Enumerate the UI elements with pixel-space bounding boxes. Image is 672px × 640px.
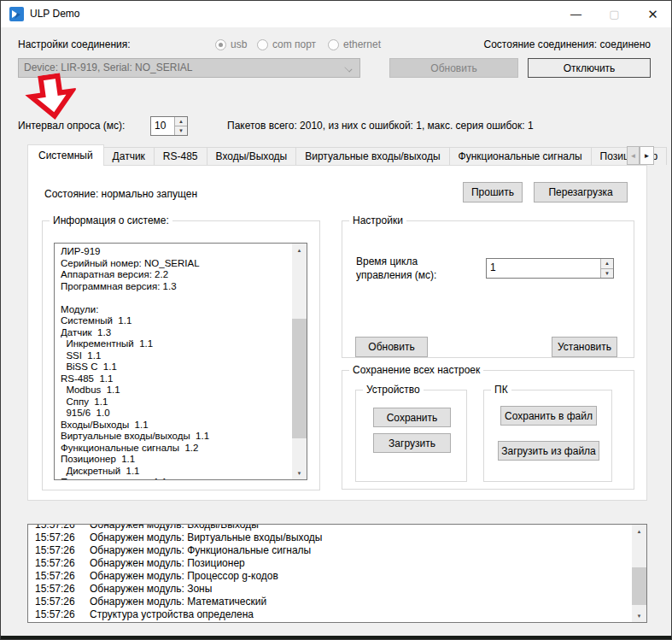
log-pane[interactable]: 15:57:26Обнаружен модуль: Входы/Выходы15… bbox=[27, 524, 647, 623]
packet-stats: Пакетов всего: 2010, из них с ошибкой: 1… bbox=[227, 120, 534, 132]
radio-ethernet-label: ethernet bbox=[343, 38, 381, 50]
scroll-down-icon[interactable]: ▼ bbox=[632, 609, 646, 622]
list-item: Виртуальные входы/выходы 1.1 bbox=[61, 431, 287, 443]
radio-com-circle bbox=[257, 39, 268, 50]
log-row: 15:57:26Структура устройства определена bbox=[35, 608, 632, 621]
window-bottom-edge bbox=[1, 636, 671, 639]
log-time: 15:57:26 bbox=[35, 608, 90, 621]
settings-set-button[interactable]: Установить bbox=[552, 337, 617, 357]
radio-usb[interactable]: usb bbox=[215, 38, 247, 50]
tab-scroll-right-button[interactable]: ► bbox=[640, 146, 654, 165]
close-icon[interactable]: ✕ bbox=[634, 1, 672, 27]
list-item: Системный 1.1 bbox=[61, 315, 287, 327]
spin-down-icon[interactable]: ▼ bbox=[601, 268, 613, 279]
device-save-button[interactable]: Сохранить bbox=[373, 408, 451, 427]
load-from-file-button[interactable]: Загрузить из файла bbox=[498, 441, 599, 461]
list-item: Позиционер 1.1 bbox=[61, 454, 287, 466]
radio-usb-circle bbox=[215, 39, 226, 50]
device-save-group-title: Устройство bbox=[363, 384, 424, 396]
tab-scroll-left-button[interactable]: ◄ bbox=[627, 146, 640, 165]
settings-group: Настройки Время цикла управления (мс): 1… bbox=[342, 220, 634, 358]
spin-down-icon[interactable]: ▼ bbox=[175, 126, 187, 135]
disconnect-button[interactable]: Отключить bbox=[528, 58, 651, 78]
app-window: ULP Demo — ▢ ✕ Настройки соединения: usb… bbox=[0, 0, 672, 640]
pc-save-group: ПК Сохранить в файл Загрузить из файла bbox=[483, 390, 612, 482]
tab-item[interactable]: Функциональные сигналы bbox=[450, 147, 592, 165]
log-row: 15:57:26Обнаружен модуль: Зоны bbox=[35, 583, 632, 596]
log-message: Обнаружен модуль: Входы/Выходы bbox=[90, 524, 259, 531]
red-arrow-annotation bbox=[22, 71, 79, 126]
cycle-time-stepper[interactable]: 1 ▲ ▼ bbox=[486, 258, 614, 279]
log-time: 15:57:26 bbox=[35, 583, 90, 596]
flash-button[interactable]: Прошить bbox=[463, 182, 523, 203]
system-info-scrollbar[interactable]: ▲ ▼ bbox=[292, 244, 307, 479]
radio-com-port[interactable]: com порт bbox=[257, 38, 316, 50]
tab-item[interactable]: Виртуальные входы/выходы bbox=[296, 147, 449, 165]
log-row: 15:57:26Обнаружен модуль: Позиционер bbox=[35, 557, 632, 570]
settings-group-title: Настройки bbox=[349, 214, 406, 226]
log-row: 15:57:26Обнаружен модуль: Процессор g-ко… bbox=[35, 570, 632, 583]
tab-bar: СистемныйДатчикRS-485Входы/ВыходыВиртуал… bbox=[27, 144, 667, 166]
list-item: Модули: bbox=[61, 304, 287, 316]
log-time: 15:57:26 bbox=[35, 557, 90, 570]
poll-interval-spin-buttons[interactable]: ▲ ▼ bbox=[174, 117, 187, 135]
list-item: Дискретный 1.1 bbox=[61, 466, 287, 478]
list-item: Программная версия: 1.3 bbox=[61, 281, 287, 293]
scroll-up-icon[interactable]: ▲ bbox=[632, 525, 646, 537]
list-item: 915/6 1.0 bbox=[61, 408, 287, 420]
pc-save-group-title: ПК bbox=[491, 384, 511, 396]
tab-item[interactable]: Датчик bbox=[104, 147, 155, 165]
log-time: 15:57:26 bbox=[35, 570, 90, 583]
window-title: ULP Demo bbox=[30, 1, 79, 27]
spin-up-icon[interactable]: ▲ bbox=[601, 259, 613, 268]
log-row: 15:57:26Обнаружен модуль: Функциональные… bbox=[35, 544, 632, 557]
tab-item[interactable]: RS-485 bbox=[155, 147, 207, 165]
connection-settings-label: Настройки соединения: bbox=[18, 38, 131, 50]
radio-usb-label: usb bbox=[231, 38, 247, 50]
connection-status: Состояние соединения: соединено bbox=[484, 38, 651, 50]
log-time: 15:57:26 bbox=[35, 596, 90, 608]
settings-refresh-button[interactable]: Обновить bbox=[355, 337, 428, 357]
tab-item[interactable]: Входы/Выходы bbox=[207, 147, 297, 165]
cycle-time-value[interactable]: 1 bbox=[487, 259, 600, 278]
cycle-time-spin-buttons[interactable]: ▲ ▼ bbox=[600, 259, 613, 278]
radio-ethernet[interactable]: ethernet bbox=[328, 38, 381, 50]
list-item: Аппаратная версия: 2.2 bbox=[61, 269, 287, 281]
scroll-down-icon[interactable]: ▼ bbox=[292, 467, 307, 479]
save-all-group: Сохранение всех настроек Устройство Сохр… bbox=[342, 370, 634, 490]
tab-item[interactable]: Системный bbox=[27, 144, 104, 166]
list-item: Сппу 1.1 bbox=[61, 396, 287, 408]
poll-interval-value[interactable]: 10 bbox=[151, 117, 174, 135]
log-message: Обнаружен модуль: Зоны bbox=[90, 583, 212, 595]
maximize-icon: ▢ bbox=[595, 1, 634, 27]
title-bar[interactable]: ULP Demo — ▢ ✕ bbox=[1, 1, 671, 27]
list-item: Датчик 1.3 bbox=[61, 327, 287, 339]
log-scrollbar[interactable]: ▲ ▼ bbox=[632, 525, 646, 622]
list-item: SSI 1.1 bbox=[61, 350, 287, 362]
radio-com-label: com порт bbox=[272, 38, 316, 50]
save-to-file-button[interactable]: Сохранить в файл bbox=[500, 406, 597, 426]
spin-up-icon[interactable]: ▲ bbox=[175, 117, 187, 126]
list-item: Процессор g-кодов 1.1 bbox=[61, 477, 287, 480]
system-info-lines: ЛИР-919Серийный номер: NO_SERIALАппаратн… bbox=[55, 244, 292, 480]
device-save-group: Устройство Сохранить Загрузить bbox=[355, 390, 467, 482]
log-row: 15:57:26Обнаружен модуль: Входы/Выходы bbox=[35, 524, 632, 531]
log-lines: 15:57:26Обнаружен модуль: Входы/Выходы15… bbox=[28, 524, 632, 621]
save-all-group-title: Сохранение всех настроек bbox=[349, 364, 483, 376]
system-info-listbox[interactable]: ЛИР-919Серийный номер: NO_SERIALАппаратн… bbox=[54, 243, 307, 480]
log-row: 15:57:26Обнаружен модуль: Математический bbox=[35, 596, 632, 608]
poll-interval-stepper[interactable]: 10 ▲ ▼ bbox=[150, 116, 188, 136]
cycle-time-label-line1: Время цикла bbox=[356, 255, 418, 267]
minimize-icon[interactable]: — bbox=[557, 1, 595, 27]
list-item: Функциональные сигналы 1.2 bbox=[61, 443, 287, 455]
list-item: ЛИР-919 bbox=[61, 246, 287, 258]
device-load-button[interactable]: Загрузить bbox=[373, 433, 451, 453]
log-message: Структура устройства определена bbox=[90, 608, 254, 620]
list-item: RS-485 1.1 bbox=[61, 373, 287, 385]
scroll-up-icon[interactable]: ▲ bbox=[292, 244, 307, 256]
reboot-button[interactable]: Перезагрузка bbox=[534, 182, 628, 203]
scrollbar-thumb[interactable] bbox=[292, 319, 307, 438]
log-time: 15:57:26 bbox=[35, 544, 90, 557]
radio-ethernet-circle bbox=[328, 39, 339, 50]
scrollbar-thumb[interactable] bbox=[632, 567, 646, 605]
